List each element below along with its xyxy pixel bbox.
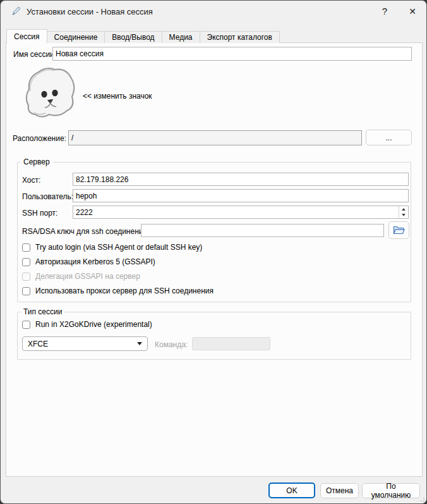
spin-buttons (399, 206, 408, 218)
resize-grip[interactable] (418, 495, 424, 501)
help-button[interactable]: ? (372, 1, 397, 22)
path-input[interactable] (68, 130, 362, 145)
ssh-key-browse-button[interactable] (388, 221, 409, 239)
checkbox-box (22, 287, 30, 295)
checkbox-label: Try auto login (via SSH Agent or default… (35, 243, 202, 252)
checkbox-box (22, 243, 30, 252)
session-icon-button[interactable] (21, 65, 78, 121)
selected-desktop: XFCE (28, 340, 137, 348)
ssh-key-input[interactable] (141, 224, 384, 237)
checkbox-gssapi-delegation: Делегация GSSAPI на сервер (22, 271, 140, 281)
down-arrow-icon (402, 214, 406, 216)
host-input[interactable] (73, 173, 409, 186)
cancel-button[interactable]: Отмена (320, 483, 359, 498)
user-label: Пользователь: (22, 192, 73, 201)
seal-mascot-icon (21, 65, 78, 121)
session-name-label: Имя сессии: (13, 50, 56, 59)
chevron-down-icon (137, 342, 142, 345)
checkbox-label: Run in X2GoKDrive (experimental) (35, 320, 152, 329)
checkbox-box (22, 273, 30, 281)
tab-bar: Сессия Соединение Ввод/Вывод Медиа Экспо… (6, 28, 279, 43)
change-icon-label[interactable]: << изменить значок (83, 92, 152, 101)
browse-path-button[interactable]: ... (366, 130, 412, 145)
tab-shared-folders[interactable]: Экспорт каталогов (200, 31, 280, 43)
close-button[interactable]: ✕ (400, 1, 425, 22)
ssh-port-label: SSH порт: (22, 209, 57, 218)
window-title: Установки сессии - Новая сессия (27, 7, 153, 16)
spin-down-button[interactable] (399, 212, 408, 219)
pen-icon (11, 6, 21, 16)
titlebar[interactable]: Установки сессии - Новая сессия ? ✕ (1, 1, 426, 22)
open-folder-icon (393, 225, 405, 235)
server-group-label: Сервер (21, 157, 52, 166)
checkbox-label: Делегация GSSAPI на сервер (35, 272, 140, 281)
ssh-port-input[interactable] (73, 206, 399, 218)
defaults-button[interactable]: По умолчанию (362, 483, 420, 498)
user-input[interactable] (73, 189, 409, 202)
desktop-environment-select[interactable]: XFCE (22, 336, 148, 351)
checkbox-ssh-proxy[interactable]: Использовать прокси сервер для SSH соеди… (22, 286, 213, 296)
checkbox-label: Использовать прокси сервер для SSH соеди… (35, 286, 213, 295)
session-preferences-dialog: Установки сессии - Новая сессия ? ✕ Сесс… (0, 0, 427, 504)
checkbox-label: Авторизация Kerberos 5 (GSSAPI) (35, 257, 155, 266)
path-label: Расположение: (13, 134, 66, 143)
tab-session[interactable]: Сессия (6, 29, 47, 44)
checkbox-x2gokdrive[interactable]: Run in X2GoKDrive (experimental) (22, 319, 152, 329)
session-type-group-label: Тип сессии (21, 307, 64, 316)
checkbox-box (22, 258, 30, 266)
tab-input-output[interactable]: Ввод/Вывод (104, 31, 162, 43)
up-arrow-icon (402, 208, 406, 211)
tab-media[interactable]: Медиа (162, 31, 200, 43)
ok-button[interactable]: OK (268, 482, 315, 498)
spin-up-button[interactable] (399, 206, 408, 212)
checkbox-try-auto-login[interactable]: Try auto login (via SSH Agent or default… (22, 242, 202, 252)
command-label: Команда: (155, 340, 188, 349)
ssh-port-spinbox (73, 206, 409, 219)
ssh-key-label: RSA/DSA ключ для ssh соединения: (22, 227, 149, 236)
checkbox-box (22, 321, 30, 329)
session-name-input[interactable] (52, 47, 412, 61)
checkbox-kerberos-auth[interactable]: Авторизация Kerberos 5 (GSSAPI) (22, 257, 155, 267)
tab-connection[interactable]: Соединение (47, 31, 105, 43)
host-label: Хост: (22, 176, 40, 185)
command-input (192, 337, 270, 350)
